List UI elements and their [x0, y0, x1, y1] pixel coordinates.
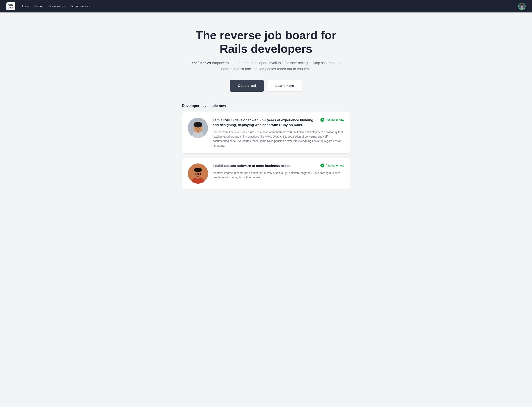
hero-section: The reverse job board for Rails develope… [180, 12, 353, 104]
developer-title-2: I build custom software to meet business… [213, 164, 317, 168]
svg-point-13 [194, 124, 202, 127]
developer-bio-1: For the web, I believe Rails is not just… [213, 130, 344, 148]
svg-point-21 [193, 168, 202, 172]
hero-headline-line2: Rails developers [220, 42, 312, 55]
nav-link-open-analytics[interactable]: Open analytics [70, 4, 90, 8]
available-icon-2 [320, 164, 324, 167]
developer-header-1: I am a RAILS developer with 2.5+ years o… [213, 118, 344, 127]
navbar: railsdevs About Pricing Open source Open… [0, 0, 532, 12]
nav-item-open-source[interactable]: Open source [48, 4, 66, 8]
hero-description-rest: empowers independent developers availabl… [211, 61, 340, 71]
available-text-1: Available now [326, 118, 344, 121]
developer-photo-1 [188, 118, 208, 138]
svg-point-28 [199, 174, 200, 174]
developer-info-1: I am a RAILS developer with 2.5+ years o… [213, 118, 344, 148]
developer-info-2: I build custom software to meet business… [213, 164, 344, 180]
logo-text: railsdevs [7, 2, 15, 10]
svg-point-15 [199, 128, 200, 128]
available-text-2: Available now [326, 164, 344, 167]
available-badge-1: Available now [320, 118, 344, 122]
logo[interactable]: railsdevs [7, 2, 15, 10]
svg-point-5 [521, 5, 522, 5]
developer-avatar-2 [188, 164, 208, 184]
nav-item-about[interactable]: About [22, 4, 30, 8]
avatar-icon [519, 3, 525, 9]
svg-point-7 [521, 7, 523, 9]
main-content: Developers available now [176, 104, 356, 205]
developer-title-1: I am a RAILS developer with 2.5+ years o… [213, 118, 317, 127]
developer-avatar-1 [188, 118, 208, 138]
nav-item-open-analytics[interactable]: Open analytics [70, 4, 90, 8]
developer-bio-2: Master's degree in computer science but … [213, 171, 344, 180]
developer-card-1[interactable]: I am a RAILS developer with 2.5+ years o… [182, 112, 350, 154]
hero-headline: The reverse job board for Rails develope… [186, 29, 346, 55]
get-started-button[interactable]: Get started [230, 80, 264, 92]
svg-point-29 [198, 175, 198, 176]
nav-link-open-source[interactable]: Open source [48, 4, 66, 8]
learn-more-button[interactable]: Learn more [267, 80, 302, 92]
developer-card-2[interactable]: I build custom software to meet business… [182, 158, 350, 189]
svg-point-4 [521, 4, 523, 6]
svg-point-27 [196, 174, 197, 174]
hero-headline-line1: The reverse job board for [196, 29, 336, 42]
hero-brand: railsdevs [192, 61, 211, 65]
section-title: Developers available now [182, 104, 350, 108]
hero-buttons: Get started Learn more [186, 80, 346, 92]
available-badge-2: Available now [320, 164, 344, 167]
nav-links: About Pricing Open source Open analytics [22, 4, 90, 8]
nav-link-about[interactable]: About [22, 4, 30, 8]
nav-left: railsdevs About Pricing Open source Open… [7, 2, 90, 10]
developer-header-2: I build custom software to meet business… [213, 164, 344, 168]
svg-point-16 [198, 129, 198, 129]
nav-link-pricing[interactable]: Pricing [34, 4, 44, 8]
available-icon-1 [320, 118, 324, 122]
developer-photo-2 [188, 164, 208, 184]
nav-item-pricing[interactable]: Pricing [34, 4, 44, 8]
svg-point-14 [196, 128, 197, 128]
user-avatar[interactable] [518, 3, 525, 10]
hero-description: railsdevs empowers independent developer… [186, 60, 346, 72]
svg-point-6 [522, 5, 523, 5]
